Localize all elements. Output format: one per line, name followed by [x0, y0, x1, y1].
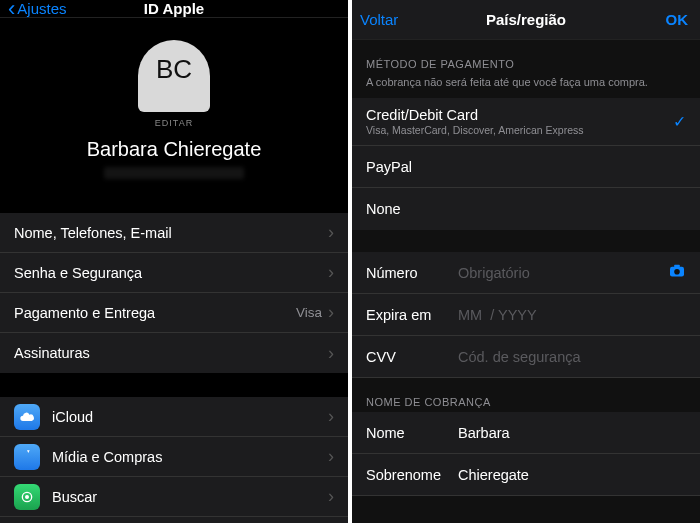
svg-point-5	[674, 269, 680, 275]
avatar[interactable]: BC	[138, 40, 210, 112]
svg-rect-6	[674, 265, 680, 268]
account-group: Nome, Telefones, E-mail › Senha e Segura…	[0, 213, 348, 373]
nav-title: País/região	[486, 11, 566, 28]
card-fields: Número Expira em CVV	[352, 252, 700, 378]
back-label: Ajustes	[17, 0, 66, 17]
card-expiry-row[interactable]: Expira em	[352, 294, 700, 336]
row-media-purchases[interactable]: Mídia e Compras ›	[0, 437, 348, 477]
billing-last-value[interactable]: Chieregate	[458, 467, 686, 483]
profile-email-blurred	[104, 167, 244, 179]
chevron-right-icon: ›	[328, 406, 334, 427]
back-label: Voltar	[360, 11, 398, 28]
findmy-icon	[14, 484, 40, 510]
chevron-right-icon: ›	[328, 262, 334, 283]
payment-option-none[interactable]: None	[352, 188, 700, 230]
chevron-left-icon: ‹	[8, 0, 15, 20]
chevron-right-icon: ›	[328, 486, 334, 507]
avatar-initials: BC	[156, 54, 192, 85]
svg-point-1	[26, 495, 29, 498]
payment-method-list: Credit/Debit Card Visa, MasterCard, Disc…	[352, 98, 700, 230]
card-number-row[interactable]: Número	[352, 252, 700, 294]
card-cvv-row[interactable]: CVV	[352, 336, 700, 378]
edit-avatar-label[interactable]: EDITAR	[155, 118, 193, 128]
row-find-my[interactable]: Buscar ›	[0, 477, 348, 517]
appstore-icon	[14, 444, 40, 470]
row-name-phones-email[interactable]: Nome, Telefones, E-mail ›	[0, 213, 348, 253]
done-button[interactable]: OK	[666, 11, 689, 28]
profile-header: BC EDITAR Barbara Chieregate	[0, 18, 348, 195]
chevron-right-icon: ›	[328, 302, 334, 323]
row-password-security[interactable]: Senha e Segurança ›	[0, 253, 348, 293]
back-button[interactable]: Voltar	[360, 11, 398, 28]
nav-bar: Voltar País/região OK	[352, 0, 700, 40]
card-cvv-input[interactable]	[458, 349, 686, 365]
chevron-right-icon: ›	[328, 222, 334, 243]
row-family-sharing[interactable]: Compartilhamento Familiar Saiba Mais ›	[0, 517, 348, 523]
billing-first-value[interactable]: Barbara	[458, 425, 686, 441]
row-subscriptions[interactable]: Assinaturas ›	[0, 333, 348, 373]
payment-option-card[interactable]: Credit/Debit Card Visa, MasterCard, Disc…	[352, 98, 700, 146]
payment-detail: Visa	[296, 305, 322, 320]
apple-id-screen: ‹ Ajustes ID Apple BC EDITAR Barbara Chi…	[0, 0, 348, 523]
billing-name-fields: Nome Barbara Sobrenome Chieregate	[352, 412, 700, 496]
country-region-screen: Voltar País/região OK Método de pagament…	[352, 0, 700, 523]
billing-first-row[interactable]: Nome Barbara	[352, 412, 700, 454]
nav-bar: ‹ Ajustes ID Apple	[0, 0, 348, 18]
card-expiry-input[interactable]	[458, 307, 686, 323]
profile-name: Barbara Chieregate	[87, 138, 262, 161]
nav-title: ID Apple	[144, 0, 204, 17]
camera-icon[interactable]	[668, 264, 686, 281]
checkmark-icon: ✓	[673, 112, 686, 131]
chevron-right-icon: ›	[328, 446, 334, 467]
row-payment-shipping[interactable]: Pagamento e Entrega Visa ›	[0, 293, 348, 333]
payment-method-footer: A cobrança não será feita até que você f…	[352, 74, 700, 98]
payment-method-header: Método de pagamento	[352, 40, 700, 74]
row-icloud[interactable]: iCloud ›	[0, 397, 348, 437]
icloud-icon	[14, 404, 40, 430]
billing-last-row[interactable]: Sobrenome Chieregate	[352, 454, 700, 496]
chevron-right-icon: ›	[328, 343, 334, 364]
billing-name-header: Nome de cobrança	[352, 378, 700, 412]
back-button[interactable]: ‹ Ajustes	[8, 0, 67, 20]
card-number-input[interactable]	[458, 265, 668, 281]
payment-option-paypal[interactable]: PayPal	[352, 146, 700, 188]
services-group: iCloud › Mídia e Compras › Buscar › Comp…	[0, 397, 348, 523]
